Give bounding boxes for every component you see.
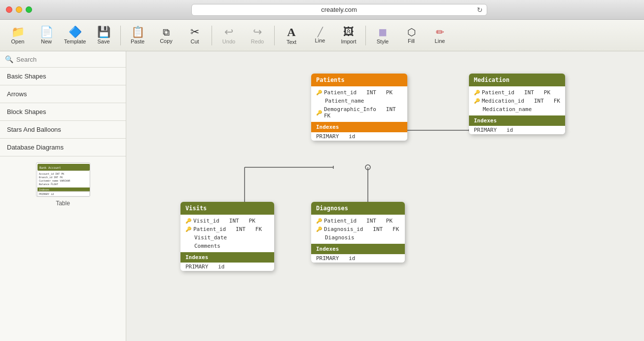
table-diagnoses[interactable]: Diagnoses 🔑 Patient_id INT PK 🔑 Diagnosi… xyxy=(311,202,405,263)
diagnoses-row-2: 🔑 Diagnosis_id INT FK xyxy=(311,225,405,233)
divider-3 xyxy=(274,26,275,45)
diagnoses-row-3: Diagnosis xyxy=(311,233,405,242)
diag-key-icon-1: 🔑 xyxy=(316,218,322,224)
svg-text:Customer_name VARCHAR: Customer_name VARCHAR xyxy=(39,179,71,183)
table-patients[interactable]: Patients 🔑 Patient_id INT PK Patient_nam… xyxy=(311,74,407,141)
sidebar-section-arrows: Arrows xyxy=(0,85,126,103)
refresh-icon[interactable]: ↻ xyxy=(477,6,483,14)
sidebar-item-database-diagrams[interactable]: Database Diagrams xyxy=(0,139,126,156)
cut-label: Cut xyxy=(190,38,199,44)
sidebar-section-basic-shapes: Basic Shapes xyxy=(0,68,126,85)
new-button[interactable]: 📄 New xyxy=(33,22,60,49)
sidebar-item-arrows[interactable]: Arrows xyxy=(0,85,126,103)
new-label: New xyxy=(41,38,52,44)
key-icon-1: 🔑 xyxy=(316,90,322,95)
search-bar: 🔍 xyxy=(0,51,126,68)
url-bar[interactable]: creately.com ↻ xyxy=(191,4,487,16)
new-icon: 📄 xyxy=(40,27,53,38)
undo-button[interactable]: ↩ Undo xyxy=(215,22,243,49)
patients-field-2: Patient_name xyxy=(325,98,364,104)
text-label: Text xyxy=(286,39,296,45)
search-icon: 🔍 xyxy=(5,55,13,63)
sidebar-item-stars-balloons[interactable]: Stars And Balloons xyxy=(0,121,126,138)
open-icon: 📁 xyxy=(11,27,25,38)
close-button[interactable] xyxy=(6,6,12,13)
visits-body: 🔑 Visit_id INT PK 🔑 Patient_id INT FK Vi… xyxy=(180,215,274,252)
canvas-area[interactable]: Patients 🔑 Patient_id INT PK Patient_nam… xyxy=(126,51,644,341)
medication-header: Medication xyxy=(469,74,565,86)
diagnoses-body: 🔑 Patient_id INT PK 🔑 Diagnosis_id INT F… xyxy=(311,215,405,244)
medication-field-2: Medication_id INT FK xyxy=(482,98,560,104)
diagnoses-field-2: Diagnosis_id INT FK xyxy=(324,226,399,232)
sidebar-item-basic-shapes[interactable]: Basic Shapes xyxy=(0,68,126,85)
template-area: Bank Account Account_id INT PK Branch_id… xyxy=(0,156,126,213)
patients-field-3: Demographic_Info INT FK xyxy=(324,106,402,119)
titlebar: creately.com ↻ xyxy=(0,0,644,20)
divider-2 xyxy=(212,26,212,45)
med-key-icon-2: 🔑 xyxy=(474,98,480,104)
fill-label: Fill xyxy=(408,38,415,44)
visits-row-3: Visit_date xyxy=(180,233,274,242)
line-style-button[interactable]: ✏ Line xyxy=(426,22,454,49)
undo-icon: ↩ xyxy=(224,27,233,38)
svg-text:Bank Account: Bank Account xyxy=(39,166,61,169)
diagnoses-header: Diagnoses xyxy=(311,202,405,215)
paste-icon: 📋 xyxy=(131,27,144,38)
minimize-button[interactable] xyxy=(16,6,22,13)
sidebar-section-block-shapes: Block Shapes xyxy=(0,103,126,121)
line-button[interactable]: ╱ Line xyxy=(306,22,334,49)
table-medication[interactable]: Medication 🔑 Patient_id INT PK 🔑 Medicat… xyxy=(469,74,565,134)
sidebar-section-database-diagrams: Database Diagrams xyxy=(0,139,126,156)
style-button[interactable]: ◼ Style xyxy=(369,22,396,49)
url-text: creately.com xyxy=(321,6,357,13)
template-button[interactable]: 🔷 Template xyxy=(61,22,89,49)
svg-text:Indexes: Indexes xyxy=(39,188,49,191)
medication-row-2: 🔑 Medication_id INT FK xyxy=(469,97,565,105)
medication-row-3: Medication_name xyxy=(469,105,565,114)
medication-field-3: Medication_name xyxy=(483,106,532,113)
patients-body: 🔑 Patient_id INT PK Patient_name 🔑 Demog… xyxy=(311,86,407,122)
open-button[interactable]: 📁 Open xyxy=(4,22,32,49)
visits-header: Visits xyxy=(180,202,274,215)
template-thumbnail[interactable]: Bank Account Account_id INT PK Branch_id… xyxy=(36,162,90,197)
save-label: Save xyxy=(97,38,109,44)
patients-header: Patients xyxy=(311,74,407,86)
visits-field-1: Visit_id INT PK xyxy=(193,218,255,224)
vis-key-icon-2: 🔑 xyxy=(185,227,191,232)
visits-field-4: Comments xyxy=(194,243,220,249)
paste-button[interactable]: 📋 Paste xyxy=(124,22,151,49)
search-input[interactable] xyxy=(16,56,121,63)
svg-text:PRIMARY id: PRIMARY id xyxy=(39,192,54,195)
line-label: Line xyxy=(315,38,325,43)
text-icon: A xyxy=(287,26,295,38)
template-label: Template xyxy=(64,38,86,44)
copy-button[interactable]: ⧉ Copy xyxy=(152,22,180,49)
line-style-label: Line xyxy=(435,38,445,44)
diagnoses-field-3: Diagnosis xyxy=(325,234,355,241)
visits-index-1: PRIMARY id xyxy=(180,263,274,271)
paste-label: Paste xyxy=(131,38,144,44)
open-label: Open xyxy=(11,38,25,44)
visits-row-4: Comments xyxy=(180,242,274,250)
text-button[interactable]: A Text xyxy=(278,22,305,49)
diagnoses-indexes-header: Indexes xyxy=(311,244,405,254)
table-visits[interactable]: Visits 🔑 Visit_id INT PK 🔑 Patient_id IN… xyxy=(180,202,274,271)
style-label: Style xyxy=(377,38,389,44)
svg-text:Balance FLOAT: Balance FLOAT xyxy=(39,183,58,186)
visits-row-2: 🔑 Patient_id INT FK xyxy=(180,225,274,233)
import-button[interactable]: 🖼 Import xyxy=(335,22,362,49)
sidebar: 🔍 Basic Shapes Arrows Block Shapes Stars… xyxy=(0,51,126,341)
save-button[interactable]: 💾 Save xyxy=(90,22,117,49)
visits-field-2: Patient_id INT FK xyxy=(193,226,262,232)
cut-button[interactable]: ✂ Cut xyxy=(181,22,209,49)
maximize-button[interactable] xyxy=(26,6,32,13)
diagnoses-field-1: Patient_id INT PK xyxy=(324,218,393,224)
fill-button[interactable]: ⬡ Fill xyxy=(397,22,425,49)
redo-icon: ↪ xyxy=(253,27,262,38)
diag-key-icon-2: 🔑 xyxy=(316,227,322,232)
redo-button[interactable]: ↪ Redo xyxy=(244,22,271,49)
svg-text:Account_id INT PK: Account_id INT PK xyxy=(39,172,64,176)
sidebar-item-block-shapes[interactable]: Block Shapes xyxy=(0,103,126,120)
medication-index-1: PRIMARY id xyxy=(469,126,565,134)
undo-label: Undo xyxy=(222,38,235,44)
